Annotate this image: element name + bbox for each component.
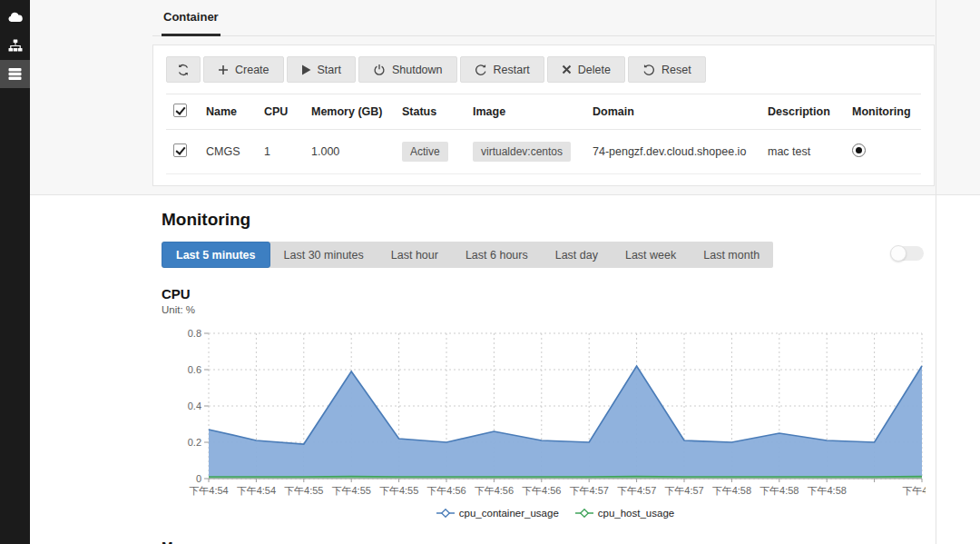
create-button[interactable]: Create <box>203 56 284 83</box>
delete-button-label: Delete <box>578 64 611 76</box>
cpu-chart-canvas: 00.20.40.60.8下午4:54下午4:54下午4:55下午4:55下午4… <box>185 326 926 499</box>
col-header-domain: Domain <box>585 94 760 130</box>
start-button-label: Start <box>318 64 341 76</box>
cell-name: CMGS <box>199 130 257 174</box>
container-panel: Container <box>30 0 980 195</box>
legend-marker-icon <box>436 509 455 518</box>
legend-label: cpu_container_usage <box>459 508 559 519</box>
sidebar-item-cloud[interactable] <box>0 4 30 32</box>
sidebar-item-containers[interactable] <box>0 60 30 88</box>
cpu-chart-legend: cpu_container_usagecpu_host_usage <box>185 508 926 519</box>
col-header-cpu: CPU <box>257 94 304 130</box>
container-card: Create Start <box>152 45 935 186</box>
range-last-week[interactable]: Last week <box>612 242 690 268</box>
tab-container-label: Container <box>163 10 219 24</box>
cell-memory: 1.000 <box>304 130 395 174</box>
toolbar: Create Start <box>166 56 921 83</box>
restart-button-label: Restart <box>494 64 530 76</box>
delete-icon <box>562 64 572 74</box>
svg-text:下午4:54: 下午4:54 <box>237 485 276 496</box>
toggle-knob <box>890 245 906 262</box>
power-icon <box>373 64 386 76</box>
svg-text:下午4:57: 下午4:57 <box>569 485 608 496</box>
monitoring-section: Monitoring Last 5 minutes Last 30 minute… <box>152 195 935 544</box>
range-last-30-minutes[interactable]: Last 30 minutes <box>270 242 377 268</box>
create-button-label: Create <box>235 64 270 76</box>
col-header-memory: Memory (GB) <box>304 94 395 130</box>
shutdown-button-label: Shutdown <box>392 64 443 76</box>
cpu-chart-title: CPU <box>162 286 935 302</box>
row-checkbox[interactable] <box>173 143 187 157</box>
monitoring-title: Monitoring <box>162 210 935 230</box>
svg-text:下午4:57: 下午4:57 <box>664 485 703 496</box>
svg-text:下午4:57: 下午4:57 <box>617 485 656 496</box>
select-all-checkbox[interactable] <box>173 104 187 117</box>
content-right-divider <box>936 0 936 544</box>
sidebar-item-sitemap[interactable] <box>0 32 30 60</box>
svg-text:下午4:58: 下午4:58 <box>807 485 846 496</box>
restart-icon <box>475 64 487 76</box>
svg-text:下午4:54: 下午4:54 <box>189 485 228 496</box>
svg-text:下午4:55: 下午4:55 <box>331 485 370 496</box>
image-badge: virtualdev:centos <box>473 142 571 162</box>
range-selector-row: Last 5 minutes Last 30 minutes Last hour… <box>162 242 935 268</box>
legend-cpu_host_usage[interactable]: cpu_host_usage <box>575 508 674 519</box>
svg-text:下午4:56: 下午4:56 <box>522 485 561 496</box>
main-area: Container <box>30 0 980 544</box>
range-last-month[interactable]: Last month <box>690 242 773 268</box>
legend-label: cpu_host_usage <box>598 508 674 519</box>
svg-text:下午4:59: 下午4:59 <box>902 485 926 496</box>
col-header-status: Status <box>395 94 466 130</box>
sitemap-icon <box>8 39 23 53</box>
cpu-chart-unit: Unit: % <box>162 304 935 315</box>
plus-icon <box>218 64 229 75</box>
reset-button-label: Reset <box>662 64 691 76</box>
svg-text:0: 0 <box>196 473 201 484</box>
shutdown-button[interactable]: Shutdown <box>358 56 457 83</box>
reset-icon <box>642 64 655 76</box>
cloud-icon <box>7 12 23 24</box>
delete-button[interactable]: Delete <box>547 56 625 83</box>
svg-text:0.2: 0.2 <box>188 437 201 448</box>
table-row: CMGS 1 1.000 Active virtualdev:centos 74… <box>166 130 921 174</box>
restart-button[interactable]: Restart <box>460 56 544 83</box>
cpu-chart: 00.20.40.60.8下午4:54下午4:54下午4:55下午4:55下午4… <box>185 326 935 519</box>
svg-text:下午4:56: 下午4:56 <box>475 485 514 496</box>
range-last-6-hours[interactable]: Last 6 hours <box>452 242 542 268</box>
range-last-5-minutes[interactable]: Last 5 minutes <box>162 242 270 268</box>
legend-marker-icon <box>575 509 593 518</box>
svg-text:0.6: 0.6 <box>188 364 201 375</box>
start-button[interactable]: Start <box>287 56 356 83</box>
memory-chart-title: Memory <box>162 539 935 544</box>
auto-refresh-toggle[interactable] <box>891 246 924 261</box>
legend-cpu_container_usage[interactable]: cpu_container_usage <box>436 508 559 519</box>
svg-text:0.8: 0.8 <box>188 328 201 339</box>
range-last-day[interactable]: Last day <box>542 242 612 268</box>
app-sidebar <box>0 0 30 544</box>
col-header-image: Image <box>466 94 585 130</box>
play-icon <box>301 64 311 75</box>
container-table: Name CPU Memory (GB) Status Image Domain… <box>166 94 921 174</box>
col-header-monitoring: Monitoring <box>845 94 921 130</box>
col-header-description: Description <box>760 94 845 130</box>
svg-text:下午4:55: 下午4:55 <box>379 485 418 496</box>
tab-container[interactable]: Container <box>162 0 220 36</box>
reset-button[interactable]: Reset <box>628 56 706 83</box>
cell-domain: 74-pengzf.dev.cloud.shopee.io <box>585 130 760 174</box>
col-header-name: Name <box>199 94 257 130</box>
server-stack-icon <box>8 67 22 81</box>
svg-text:0.4: 0.4 <box>188 401 201 411</box>
svg-text:下午4:58: 下午4:58 <box>712 485 751 496</box>
svg-text:下午4:55: 下午4:55 <box>284 485 323 496</box>
svg-text:下午4:58: 下午4:58 <box>760 485 799 496</box>
cell-description: mac test <box>760 130 845 174</box>
cell-cpu: 1 <box>257 130 304 174</box>
refresh-button[interactable] <box>166 56 201 83</box>
tab-bar: Container <box>152 0 935 36</box>
svg-text:下午4:56: 下午4:56 <box>426 485 466 496</box>
table-header-row: Name CPU Memory (GB) Status Image Domain… <box>166 94 921 130</box>
status-badge: Active <box>402 142 448 162</box>
refresh-icon <box>177 64 190 76</box>
monitoring-radio[interactable] <box>852 143 866 157</box>
range-last-hour[interactable]: Last hour <box>377 242 452 268</box>
